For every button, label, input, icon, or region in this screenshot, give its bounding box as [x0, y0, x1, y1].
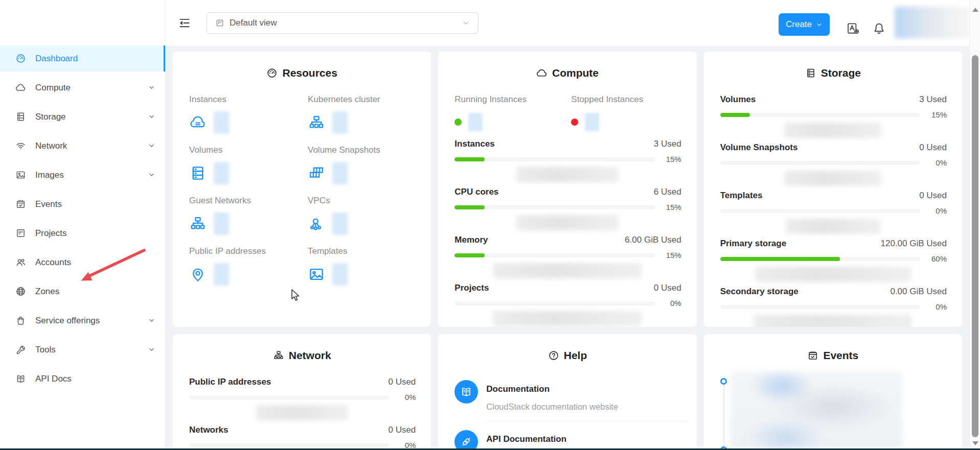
- redacted-count: [214, 263, 229, 286]
- help-link-documentation[interactable]: Documentation CloudStack documentation w…: [438, 380, 696, 412]
- resource-stat-label: Templates: [308, 246, 415, 256]
- resource-stat-instances[interactable]: Instances: [189, 94, 308, 134]
- sidebar-item-label: Events: [35, 199, 62, 209]
- cloudstack-dashboard: apachecloudstack™ open source cloud comp…: [0, 0, 980, 450]
- sidebar-item-events[interactable]: Events: [0, 191, 165, 217]
- resource-stat-vpcs[interactable]: VPCs: [308, 196, 415, 235]
- metric-used-value: 0 Used: [654, 283, 681, 293]
- chevron-down-icon: [148, 84, 155, 91]
- events-card: Events: [704, 334, 962, 450]
- chevron-down-icon: [462, 19, 470, 27]
- sidebar-item-label: Images: [35, 170, 64, 180]
- documentation-icon-badge: [454, 380, 478, 404]
- chevron-down-icon: [148, 172, 155, 178]
- running-instances-stat[interactable]: Running Instances: [454, 94, 571, 132]
- resource-stat-volumes[interactable]: Volumes: [189, 145, 308, 184]
- redacted-detail: [786, 219, 880, 234]
- globe-icon: [15, 286, 26, 297]
- metric-percent: 15%: [661, 155, 681, 163]
- metric-used-value: 0.00 GiB Used: [890, 287, 947, 297]
- metric-percent: 60%: [926, 254, 947, 263]
- cluster-icon: [308, 114, 325, 131]
- sidebar-collapse-icon[interactable]: [178, 16, 191, 30]
- redacted-detail: [755, 267, 911, 282]
- metric-primary-storage: Primary storage120.00 GiB Used 60%: [704, 239, 962, 282]
- translate-icon[interactable]: [846, 21, 860, 35]
- sidebar-item-projects[interactable]: Projects: [0, 220, 165, 246]
- resource-stat-volume-snapshots[interactable]: Volume Snapshots: [308, 145, 415, 184]
- stopped-instances-stat[interactable]: Stopped Instances: [571, 94, 680, 132]
- sidebar-item-label: Compute: [35, 83, 71, 93]
- network-card-title: Network: [173, 349, 431, 362]
- sidebar-item-images[interactable]: Images: [0, 162, 165, 188]
- snapshot-grid-icon: [308, 164, 325, 182]
- metric-projects: Projects0 Used 0%: [438, 283, 696, 326]
- resource-stat-templates[interactable]: Templates: [308, 246, 415, 286]
- metric-label: Templates: [720, 191, 763, 201]
- sidebar-item-service-offerings[interactable]: Service offerings: [0, 307, 165, 334]
- metric-used-value: 0 Used: [388, 425, 416, 435]
- metric-used-value: 3 Used: [919, 94, 947, 105]
- top-bar: Default view Create: [166, 0, 980, 46]
- resource-stat-label: Guest Networks: [189, 196, 308, 206]
- user-profile-redacted[interactable]: [895, 7, 969, 38]
- metric-used-value: 0 Used: [919, 191, 947, 201]
- vertical-scrollbar[interactable]: [969, 0, 980, 450]
- scroll-up-arrow-icon[interactable]: [972, 8, 978, 12]
- metric-percent: 0%: [395, 393, 416, 401]
- resource-stat-label: VPCs: [308, 196, 415, 206]
- progress-bar: [454, 301, 654, 305]
- location-pin-icon: [189, 266, 207, 283]
- metric-percent: 15%: [661, 251, 681, 259]
- notification-bell-icon[interactable]: [872, 21, 886, 35]
- scroll-down-arrow-icon[interactable]: [972, 441, 978, 445]
- help-link-api-documentation[interactable]: API Documentation Refer to API documenta…: [438, 430, 696, 450]
- metric-memory: Memory6.00 GiB Used 15%: [438, 235, 696, 278]
- sidebar-item-network[interactable]: Network: [0, 133, 165, 159]
- redacted-count: [468, 113, 483, 131]
- compute-card: Compute Running Instances Stopped Instan…: [438, 52, 696, 327]
- metric-used-value: 120.00 GiB Used: [881, 239, 947, 249]
- calendar-icon: [15, 199, 26, 209]
- redacted-count: [332, 263, 348, 286]
- database-icon: [15, 111, 26, 122]
- open-book-icon: [15, 373, 26, 384]
- sidebar-item-tools[interactable]: Tools: [0, 337, 165, 363]
- help-card-title: Help: [438, 349, 696, 362]
- metric-label: Projects: [454, 283, 489, 293]
- compute-card-title: Compute: [438, 67, 696, 79]
- help-item-title: API Documentation: [486, 434, 589, 444]
- resource-stat-label: Volume Snapshots: [308, 145, 415, 155]
- metric-instances: Instances3 Used 15%: [438, 139, 696, 182]
- sidebar-item-dashboard[interactable]: Dashboard: [0, 45, 165, 72]
- resource-stat-kubernetes[interactable]: Kubernetes cluster: [308, 94, 415, 134]
- sidebar-item-compute[interactable]: Compute: [0, 75, 165, 101]
- redacted-count: [332, 162, 348, 184]
- progress-bar: [189, 443, 389, 447]
- metric-volumes: Volumes3 Used 15%: [704, 94, 962, 138]
- sidebar-item-storage[interactable]: Storage: [0, 104, 165, 130]
- resource-stat-guest-networks[interactable]: Guest Networks: [189, 196, 308, 235]
- timeline-marker: [720, 378, 727, 385]
- progress-bar: [454, 205, 654, 209]
- scrollbar-thumb[interactable]: [972, 55, 978, 437]
- chevron-down-icon: [148, 143, 155, 149]
- metric-volume-snapshots: Volume Snapshots0 Used 0%: [704, 143, 962, 186]
- dashboard-content: Resources Instances Kubernetes cluster V…: [166, 46, 969, 450]
- sidebar-item-accounts[interactable]: Accounts: [0, 249, 165, 275]
- metric-percent: 0%: [926, 302, 947, 311]
- create-button[interactable]: Create: [779, 13, 830, 36]
- help-item-subtitle: CloudStack documentation website: [486, 402, 618, 412]
- metric-percent: 15%: [926, 110, 947, 119]
- resource-stat-public-ips[interactable]: Public IP addresses: [189, 246, 308, 286]
- metric-used-value: 6 Used: [654, 187, 681, 197]
- sidebar-item-api-docs[interactable]: API Docs: [0, 366, 165, 392]
- metric-label: Public IP addresses: [189, 377, 271, 387]
- sidebar-item-label: Projects: [35, 228, 66, 239]
- view-selector[interactable]: Default view: [207, 12, 478, 34]
- chevron-down-icon: [148, 113, 155, 120]
- metric-used-value: 0 Used: [388, 377, 416, 387]
- sidebar-item-zones[interactable]: Zones: [0, 278, 165, 304]
- chevron-down-icon: [816, 21, 823, 28]
- events-card-title: Events: [704, 349, 962, 362]
